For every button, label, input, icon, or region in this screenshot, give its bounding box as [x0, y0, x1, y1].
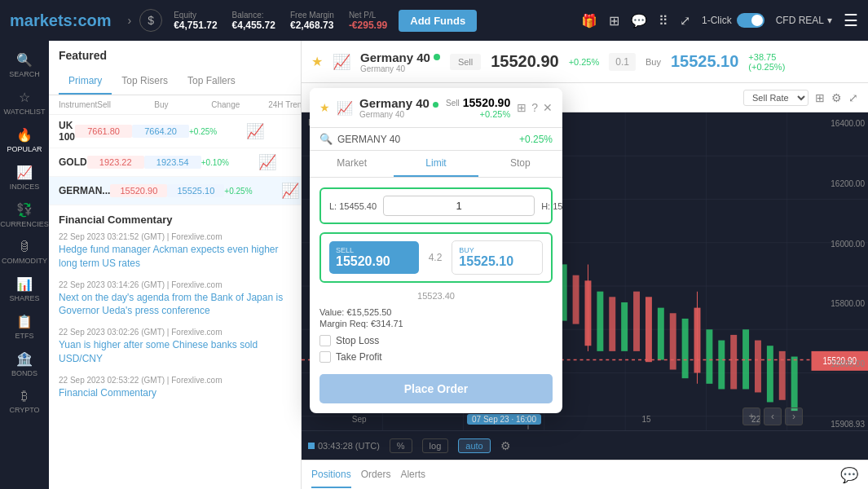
quantity-input[interactable] — [383, 196, 535, 216]
change-value: +0.25% — [189, 127, 246, 136]
close-icon[interactable]: ✕ — [543, 101, 553, 114]
stop-loss-checkbox[interactable] — [319, 335, 331, 346]
table-row[interactable]: UK 100 7661.80 7664.20 +0.25% 📈 — [49, 115, 301, 148]
log-btn[interactable]: log — [422, 438, 449, 453]
tab-top-risers[interactable]: Top Risers — [112, 68, 178, 95]
alerts-tab[interactable]: Alerts — [400, 462, 425, 488]
balance-stat: Balance: €4,455.72 — [232, 11, 275, 31]
modal-change: +0.25% — [480, 109, 511, 119]
commentary-link[interactable]: Next on the day's agenda from the Bank o… — [59, 292, 283, 317]
sidebar-item-commodity[interactable]: 🛢 COMMODITY — [0, 235, 49, 270]
expand-icon[interactable]: ⤢ — [680, 13, 690, 29]
sell-button[interactable]: Sell — [450, 54, 481, 70]
currency-icon[interactable]: $ — [139, 9, 162, 32]
time-display: 03:43:28 (UTC) — [308, 441, 380, 451]
instrument-name: GERMAN... — [59, 185, 110, 196]
stop-loss-label: Stop Loss — [336, 335, 379, 346]
chat-icon-right[interactable]: 💬 — [840, 466, 858, 484]
sidebar-item-search[interactable]: 🔍 SEARCH — [0, 47, 49, 83]
svg-rect-56 — [767, 346, 773, 402]
percent-btn[interactable]: % — [390, 438, 412, 453]
currencies-icon: 💱 — [16, 202, 33, 218]
layout-icon[interactable]: ⊞ — [609, 13, 619, 29]
buy-value: 1923.54 — [144, 156, 201, 169]
commentary-item: 22 Sep 2023 03:02:26 (GMT) | Forexlive.c… — [59, 328, 291, 366]
price-change-value: +38.75 — [748, 52, 785, 62]
svg-rect-55 — [755, 341, 761, 393]
chart-plus-btn[interactable]: + — [742, 408, 760, 425]
col-trend: 24H Trend — [268, 100, 302, 109]
sidebar-item-crypto[interactable]: ₿ CRYPTO — [0, 384, 49, 419]
place-order-button[interactable]: Place Order — [319, 374, 553, 403]
svg-rect-42 — [609, 297, 615, 351]
commentary-link[interactable]: Yuan is higher after some Chinese banks … — [59, 339, 258, 364]
sell-block[interactable]: SELL 15520.90 — [329, 241, 419, 274]
one-click-toggle: 1-Click — [702, 13, 764, 28]
buy-block[interactable]: BUY 15525.10 — [452, 240, 543, 275]
chart-type-icon[interactable]: 📈 — [333, 53, 350, 71]
orders-tab[interactable]: Orders — [361, 462, 391, 488]
chat-icon[interactable]: 💬 — [631, 13, 647, 29]
table-row[interactable]: GOLD 1923.22 1923.54 +0.10% 📈 — [49, 148, 301, 177]
sell-block-label: SELL — [336, 246, 412, 254]
commentary-date: 22 Sep 2023 03:02:26 (GMT) | Forexlive.c… — [59, 328, 291, 337]
modal-header: ★ 📈 Germany 40 Germany 40 Sell 15520.90 … — [310, 88, 562, 128]
chart-settings-icon[interactable]: ⚙ — [500, 439, 511, 452]
limit-tab[interactable]: Limit — [394, 151, 478, 177]
nav-arrow[interactable]: › — [128, 14, 132, 27]
take-profit-label: Take Profit — [336, 351, 382, 363]
sell-buy-row: SELL 15520.90 4.2 BUY 15525.10 — [319, 232, 553, 283]
copy-icon[interactable]: ⊞ — [517, 101, 527, 114]
layout-view-icon[interactable]: ⊞ — [815, 91, 825, 104]
instrument-info: Germany 40 Germany 40 — [360, 51, 440, 73]
sidebar-item-bonds[interactable]: 🏦 BONDS — [0, 346, 49, 382]
favorite-icon[interactable]: ★ — [311, 54, 323, 69]
sidebar-item-currencies[interactable]: 💱 CURRENCIES — [0, 197, 49, 233]
one-click-switch[interactable] — [737, 13, 764, 28]
positions-tab[interactable]: Positions — [311, 462, 351, 488]
help-icon[interactable]: ? — [531, 101, 538, 114]
add-funds-button[interactable]: Add Funds — [399, 10, 477, 32]
commentary-link[interactable]: Hedge fund manager Ackman expects even h… — [59, 244, 279, 269]
sidebar-item-etfs[interactable]: 📋 ETFS — [0, 309, 49, 345]
change-value: +0.10% — [201, 158, 258, 167]
auto-btn[interactable]: auto — [458, 438, 490, 453]
commentary-item: 22 Sep 2023 02:53:22 (GMT) | Forexlive.c… — [59, 376, 291, 400]
tab-primary[interactable]: Primary — [59, 68, 112, 95]
table-header: Instrument Sell Buy Change 24H Trend — [49, 95, 301, 115]
commentary-link[interactable]: Financial Commentary — [59, 387, 156, 399]
svg-rect-38 — [573, 275, 579, 324]
gift-icon[interactable]: 🎁 — [581, 13, 597, 29]
cfd-real-selector[interactable]: CFD REAL ▾ — [776, 15, 832, 26]
sell-value: 15520.90 — [110, 184, 167, 197]
modal-star-icon[interactable]: ★ — [319, 101, 330, 114]
value-row: Value: €15,525.50 Margin Req: €314.71 — [319, 307, 553, 328]
sell-price: 15520.90 — [491, 52, 558, 71]
instrument-subtitle: Germany 40 — [360, 64, 440, 73]
rate-selector[interactable]: Sell Rate Buy Rate — [743, 90, 809, 106]
logo-suffix: com — [77, 11, 111, 29]
sell-value: 1923.22 — [87, 156, 144, 169]
sidebar-item-watchlist[interactable]: ☆ WATCHLIST — [0, 85, 49, 121]
sidebar-item-shares[interactable]: 📊 SHARES — [0, 271, 49, 307]
chart-prev-btn[interactable]: ‹ — [764, 408, 782, 425]
market-tab[interactable]: Market — [310, 151, 394, 177]
chart-nav: + ‹ › — [742, 408, 803, 425]
sidebar-item-popular[interactable]: 🔥 POPULAR — [0, 122, 49, 158]
equity-stat: Equity €4,751.72 — [174, 11, 217, 31]
table-row[interactable]: GERMAN... 15520.90 15525.10 +0.25% 📈 — [49, 177, 301, 205]
trend-chart: 📈 — [258, 153, 302, 171]
tab-top-fallers[interactable]: Top Fallers — [178, 68, 245, 95]
take-profit-checkbox[interactable] — [319, 351, 331, 363]
hamburger-menu-icon[interactable]: ☰ — [844, 11, 858, 30]
settings-icon[interactable]: ⚙ — [831, 91, 842, 104]
time-text: 03:43:28 (UTC) — [318, 441, 380, 451]
fullscreen-icon[interactable]: ⤢ — [848, 91, 858, 104]
grid-icon[interactable]: ⠿ — [659, 13, 668, 29]
free-margin-stat: Free Margin €2,468.73 — [290, 11, 334, 31]
price-16400: 16400.00 — [814, 119, 865, 128]
chart-next-btn[interactable]: › — [785, 408, 803, 425]
modal-chart-icon[interactable]: 📈 — [337, 100, 353, 116]
stop-tab[interactable]: Stop — [478, 151, 562, 177]
sidebar-item-indices[interactable]: 📈 INDICES — [0, 160, 49, 196]
